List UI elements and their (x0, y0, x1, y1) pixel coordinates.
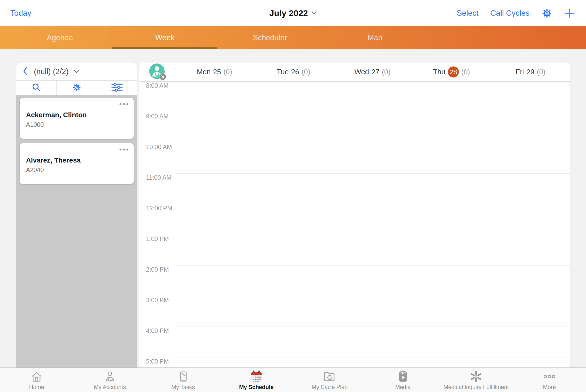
list-dropdown-chevron-icon[interactable] (73, 70, 79, 73)
tabbar-item-media[interactable]: Media (366, 368, 440, 392)
time-label: 4:00 PM (146, 327, 169, 334)
account-id: A1000 (26, 121, 44, 128)
today-date-badge: 28 (448, 66, 459, 78)
gear-icon (72, 82, 82, 93)
account-card[interactable]: Ackerman, Clinton A1000 (20, 98, 134, 139)
accounts-icon (104, 370, 116, 384)
calendar-grid[interactable]: 8:00 AM 9:00 AM 10:00 AM 11:00 AM 12:00 … (139, 82, 570, 368)
column-divider (254, 82, 254, 368)
time-label: 10:00 AM (146, 144, 172, 150)
my-schedule-screen: Today July 2022 Select Call Cycles (0, 0, 586, 392)
back-chevron-icon[interactable] (23, 67, 28, 76)
day-header-tue[interactable]: Tue 26 (0) (254, 62, 333, 82)
column-divider (175, 82, 175, 368)
remove-filter-x-icon[interactable] (159, 74, 166, 80)
media-play-icon (397, 370, 409, 384)
account-list-title: (null) (2/2) (34, 67, 69, 76)
cycle-plan-folder-icon (324, 370, 336, 384)
more-icon (543, 370, 555, 384)
filter-sliders-icon (111, 82, 123, 93)
tabbar-item-medical-inquiry-fulfillment[interactable]: Medical Inquiry Fulfillment (439, 368, 513, 392)
topbar-actions: Select Call Cycles (457, 0, 575, 26)
week-calendar-panel: Mon 25 (0) Tue 26 (0) Wed 27 (0) Thu 28 … (139, 62, 570, 368)
hour-gridlines (175, 82, 570, 368)
time-label: 8:00 AM (146, 82, 169, 89)
column-divider (491, 82, 491, 368)
app-tab-bar: Home My Accounts My Tasks (0, 368, 586, 392)
schedule-calendar-icon (249, 370, 263, 384)
day-header-fri[interactable]: Fri 29 (0) (491, 62, 570, 82)
tab-week[interactable]: Week (112, 26, 217, 49)
account-card[interactable]: Alvarez, Theresa A2040 (20, 143, 134, 184)
account-list-toolbar (16, 80, 137, 95)
call-cycles-button[interactable]: Call Cycles (490, 8, 529, 18)
tab-map[interactable]: Map (323, 26, 427, 49)
column-divider (412, 82, 412, 368)
top-navigation-bar: Today July 2022 Select Call Cycles (0, 0, 586, 26)
time-label: 12:00 PM (146, 205, 172, 212)
tabbar-item-home[interactable]: Home (0, 368, 73, 392)
list-settings-button[interactable] (57, 81, 97, 95)
tabbar-item-my-tasks[interactable]: My Tasks (147, 368, 220, 392)
tasks-icon (177, 370, 189, 384)
day-header-wed[interactable]: Wed 27 (0) (333, 62, 412, 82)
time-label: 5:00 PM (146, 358, 169, 365)
account-list: Ackerman, Clinton A1000 Alvarez, Theresa… (16, 95, 137, 192)
time-label: 9:00 AM (146, 113, 169, 120)
calendar-day-header-row: Mon 25 (0) Tue 26 (0) Wed 27 (0) Thu 28 … (139, 62, 570, 82)
account-list-header: (null) (2/2) (16, 62, 137, 80)
tabbar-item-my-accounts[interactable]: My Accounts (73, 368, 147, 392)
account-list-panel: (null) (2/2) (16, 62, 137, 368)
account-id: A2040 (26, 166, 44, 174)
star-of-life-icon (470, 370, 482, 384)
time-label: 1:00 PM (146, 235, 169, 242)
day-header-mon[interactable]: Mon 25 (0) (175, 62, 254, 82)
settings-gear-icon[interactable] (541, 8, 553, 19)
time-label: 11:00 AM (146, 174, 172, 181)
search-icon (32, 83, 41, 93)
tabbar-item-more[interactable]: More (513, 368, 586, 392)
tab-scheduler[interactable]: Scheduler (217, 26, 323, 49)
time-label: 3:00 PM (146, 297, 169, 304)
account-name: Ackerman, Clinton (26, 111, 87, 119)
account-more-icon[interactable] (120, 148, 128, 150)
month-selector[interactable]: July 2022 (269, 0, 317, 26)
page-title: July 2022 (269, 8, 308, 18)
view-tabs: Agenda Week Scheduler Map (0, 26, 586, 49)
search-button[interactable] (16, 81, 57, 95)
account-more-icon[interactable] (120, 103, 128, 105)
tab-agenda[interactable]: Agenda (7, 26, 112, 49)
column-divider (333, 82, 333, 368)
select-button[interactable]: Select (457, 8, 478, 18)
chevron-down-icon (312, 11, 317, 16)
tabbar-item-my-cycle-plan[interactable]: My Cycle Plan (293, 368, 366, 392)
add-plus-icon[interactable] (564, 8, 575, 19)
today-button[interactable]: Today (10, 0, 31, 26)
day-header-thu-today[interactable]: Thu 28 (0) (412, 62, 491, 82)
filter-button[interactable] (97, 81, 137, 95)
account-name: Alvarez, Theresa (26, 156, 81, 164)
tabbar-item-my-schedule[interactable]: My Schedule (220, 368, 293, 392)
filtered-user-avatar[interactable] (149, 64, 165, 79)
time-label: 2:00 PM (146, 266, 169, 273)
home-icon (31, 370, 43, 384)
